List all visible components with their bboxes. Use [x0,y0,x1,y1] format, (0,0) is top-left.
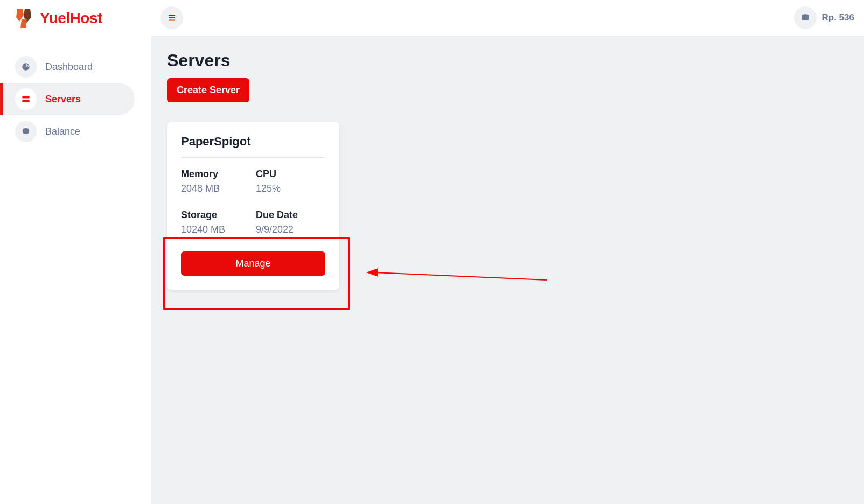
stat-value: 2048 MB [181,183,250,194]
server-stats: Memory 2048 MB CPU 125% Storage 10240 MB… [181,169,325,235]
brand: YuelHost [0,8,151,41]
balance-amount: Rp. 536 [822,12,854,23]
stat-label: Due Date [256,209,325,221]
gauge-icon [15,56,37,78]
hamburger-icon [167,13,177,23]
sidebar-item-label: Balance [45,126,80,137]
page-title: Servers [167,51,848,71]
manage-button[interactable]: Manage [181,251,325,276]
server-card: PaperSpigot Memory 2048 MB CPU 125% Stor… [167,122,339,290]
brand-name: YuelHost [40,10,102,27]
stat-label: Storage [181,209,250,221]
server-name: PaperSpigot [181,135,325,158]
sidebar: YuelHost Dashboard Servers Balance [0,0,151,504]
balance-display[interactable]: Rp. 536 [794,6,854,29]
brand-logo-icon [13,8,34,29]
stat-value: 10240 MB [181,224,250,235]
topbar: Rp. 536 [151,0,864,36]
svg-rect-1 [22,100,30,103]
stat-memory: Memory 2048 MB [181,169,250,194]
stat-due-date: Due Date 9/9/2022 [256,209,325,235]
sidebar-item-balance[interactable]: Balance [0,115,151,148]
stat-value: 125% [256,183,325,194]
create-server-button[interactable]: Create Server [167,78,249,102]
sidebar-item-label: Servers [45,94,81,105]
sidebar-item-servers[interactable]: Servers [0,83,135,115]
stat-cpu: CPU 125% [256,169,325,194]
server-icon [15,88,37,110]
svg-rect-0 [22,96,30,99]
stat-value: 9/9/2022 [256,224,325,235]
coins-icon [15,121,37,142]
stat-label: CPU [256,169,325,180]
stat-storage: Storage 10240 MB [181,209,250,235]
coins-icon [794,6,817,29]
sidebar-item-label: Dashboard [45,61,93,73]
stat-label: Memory [181,169,250,180]
sidebar-item-dashboard[interactable]: Dashboard [0,51,151,83]
main-content: Servers Create Server PaperSpigot Memory… [151,36,864,504]
menu-toggle-button[interactable] [161,6,183,29]
sidebar-nav: Dashboard Servers Balance [0,41,151,148]
